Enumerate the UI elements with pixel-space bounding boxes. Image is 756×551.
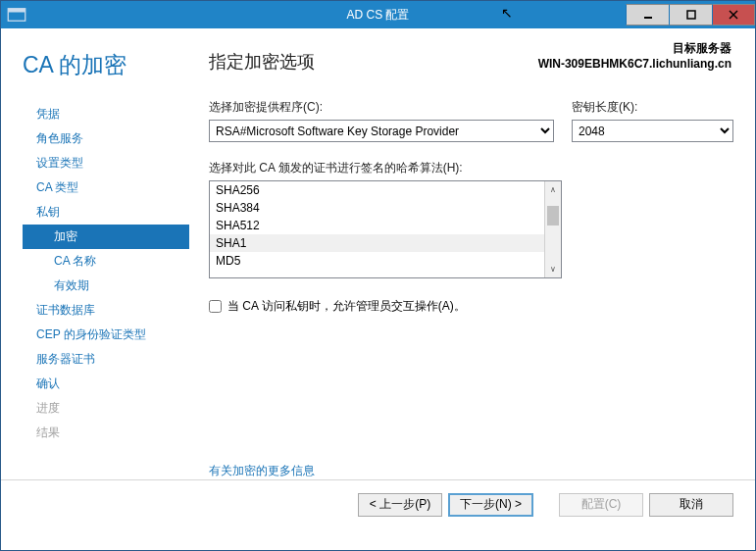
keylen-select[interactable]: 2048 (572, 120, 733, 142)
scroll-thumb[interactable] (547, 206, 559, 225)
hash-option[interactable]: SHA384 (210, 199, 561, 217)
hash-option[interactable]: SHA512 (210, 217, 561, 234)
nav-item[interactable]: 凭据 (23, 102, 189, 126)
wizard-window: AD CS 配置 ↖ 目标服务器 WIN-309EBHMK6C7.lichunl… (0, 0, 756, 551)
window-controls (626, 4, 755, 25)
page-title: CA 的加密 (23, 50, 189, 80)
allow-interaction-checkbox[interactable] (209, 300, 222, 313)
svg-rect-1 (8, 9, 25, 13)
cancel-button[interactable]: 取消 (649, 493, 733, 517)
scrollbar[interactable]: ∧ ∨ (544, 181, 561, 277)
cursor-icon: ↖ (501, 5, 513, 21)
next-button[interactable]: 下一步(N) > (448, 493, 533, 517)
scroll-track[interactable] (545, 198, 561, 261)
footer: < 上一步(P) 下一步(N) > 配置(C) 取消 (1, 479, 755, 528)
nav-item[interactable]: 确认 (23, 372, 189, 396)
close-button[interactable] (712, 4, 755, 25)
nav-item: 结果 (23, 421, 189, 445)
maximize-button[interactable] (669, 4, 712, 25)
hash-option[interactable]: SHA256 (210, 181, 561, 199)
hash-listbox[interactable]: SHA256SHA384SHA512SHA1MD5 ∧ ∨ (209, 180, 562, 278)
nav-item[interactable]: 私钥 (23, 200, 189, 225)
nav-item: 进度 (23, 396, 189, 421)
configure-button[interactable]: 配置(C) (559, 493, 643, 517)
sidebar: CA 的加密 凭据角色服务设置类型CA 类型私钥加密CA 名称有效期证书数据库C… (23, 50, 189, 479)
nav-item[interactable]: 设置类型 (23, 151, 189, 175)
main-heading: 指定加密选项 (209, 50, 733, 74)
hash-option[interactable]: MD5 (210, 252, 561, 270)
nav-item[interactable]: 证书数据库 (23, 298, 189, 323)
nav-list: 凭据角色服务设置类型CA 类型私钥加密CA 名称有效期证书数据库CEP 的身份验… (23, 102, 189, 445)
nav-item[interactable]: 角色服务 (23, 126, 189, 151)
nav-item[interactable]: 有效期 (23, 274, 189, 298)
provider-label: 选择加密提供程序(C): (209, 99, 554, 116)
scroll-up-icon[interactable]: ∧ (545, 181, 561, 198)
app-icon (7, 5, 26, 25)
main-panel: 指定加密选项 选择加密提供程序(C): RSA#Microsoft Softwa… (189, 50, 733, 479)
provider-select[interactable]: RSA#Microsoft Software Key Storage Provi… (209, 120, 554, 142)
keylen-label: 密钥长度(K): (572, 99, 733, 116)
prev-button[interactable]: < 上一步(P) (358, 493, 442, 517)
hash-option[interactable]: SHA1 (210, 234, 561, 252)
nav-item[interactable]: CA 名称 (23, 249, 189, 274)
more-info-link[interactable]: 有关加密的更多信息 (209, 463, 315, 479)
nav-item[interactable]: CEP 的身份验证类型 (23, 323, 189, 347)
nav-item[interactable]: CA 类型 (23, 175, 189, 200)
minimize-button[interactable] (626, 4, 669, 25)
nav-item[interactable]: 加密 (23, 225, 189, 249)
nav-item[interactable]: 服务器证书 (23, 347, 189, 372)
titlebar: AD CS 配置 ↖ (1, 1, 755, 28)
scroll-down-icon[interactable]: ∨ (545, 261, 561, 277)
allow-interaction-label: 当 CA 访问私钥时，允许管理员交互操作(A)。 (227, 298, 466, 315)
svg-rect-3 (687, 11, 695, 19)
hash-label: 选择对此 CA 颁发的证书进行签名的哈希算法(H): (209, 160, 733, 176)
